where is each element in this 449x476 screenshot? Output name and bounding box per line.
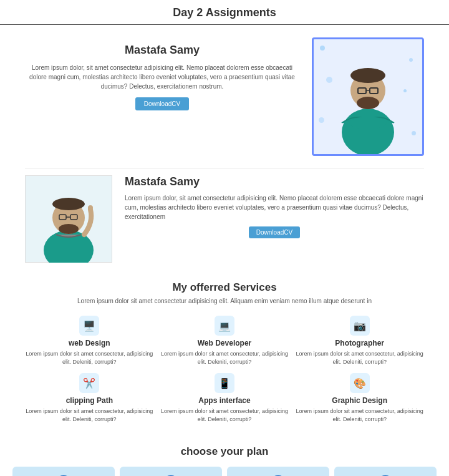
hero-section: Mastafa Samy Lorem ipsum dolor, sit amet… bbox=[0, 25, 449, 168]
service-item: ✂️ clipping Path Lorem ipsum dolor sit a… bbox=[25, 373, 154, 423]
service-icon-3: ✂️ bbox=[79, 373, 99, 393]
hero-text: Mastafa Samy Lorem ipsum dolor, sit amet… bbox=[25, 37, 312, 110]
profile-description: Lorem ipsum dolor, sit amet consectetur … bbox=[125, 193, 424, 221]
svg-point-10 bbox=[52, 198, 85, 210]
profile-download-button[interactable]: DownloadCV bbox=[249, 226, 300, 238]
service-desc-5: Lorem ipsum dolor sit amet consectetur, … bbox=[295, 407, 424, 423]
svg-point-3 bbox=[357, 97, 379, 109]
service-item: 💻 Web Developer Lorem ipsum dolor sit am… bbox=[160, 316, 289, 366]
service-name-0: web Design bbox=[25, 339, 154, 347]
profile-text: Mastafa Samy Lorem ipsum dolor, sit amet… bbox=[125, 175, 424, 238]
hero-person-svg bbox=[331, 48, 405, 154]
svg-point-7 bbox=[349, 117, 387, 129]
service-item: 🎨 Graphic Design Lorem ipsum dolor sit a… bbox=[295, 373, 424, 423]
plan-card-0: 01 Economy For individuals Lorem ipsum d… bbox=[12, 467, 115, 476]
profile-section: Mastafa Samy Lorem ipsum dolor, sit amet… bbox=[0, 169, 449, 275]
services-subtitle: Lorem ipsum dolor sit amet consectetur a… bbox=[25, 298, 424, 304]
service-name-3: clipping Path bbox=[25, 396, 154, 405]
service-desc-4: Lorem ipsum dolor sit amet consectetur, … bbox=[160, 407, 289, 423]
svg-point-11 bbox=[59, 224, 79, 234]
page-title: Day 2 Assignments bbox=[0, 6, 449, 19]
svg-point-0 bbox=[342, 109, 394, 154]
profile-person-svg bbox=[28, 175, 109, 263]
service-icon-5: 🎨 bbox=[350, 373, 370, 393]
service-icon-1: 💻 bbox=[215, 316, 234, 336]
plan-card-1: 02 Economy For individuals Lorem ipsum d… bbox=[120, 467, 222, 476]
page-header: Day 2 Assignments bbox=[0, 0, 449, 25]
services-section: My offerred Services Lorem ipsum dolor s… bbox=[0, 275, 449, 435]
svg-point-2 bbox=[350, 68, 385, 83]
service-name-4: Apps interface bbox=[160, 396, 289, 405]
hero-description: Lorem ipsum dolor, sit amet consectetur … bbox=[25, 63, 299, 91]
service-item: 📱 Apps interface Lorem ipsum dolor sit a… bbox=[160, 373, 289, 423]
service-icon-4: 📱 bbox=[215, 373, 234, 393]
svg-point-15 bbox=[88, 205, 93, 210]
service-name-2: Photographer bbox=[295, 339, 424, 347]
plans-grid: 01 Economy For individuals Lorem ipsum d… bbox=[12, 467, 437, 476]
plan-card-3: 04 Economy For individuals Lorem ipsum d… bbox=[334, 467, 437, 476]
profile-image bbox=[25, 175, 112, 263]
plan-card-2: 03 Economy For individuals Lorem ipsum d… bbox=[227, 467, 329, 476]
service-item: 🖥️ web Design Lorem ipsum dolor sit amet… bbox=[25, 316, 154, 366]
service-item: 📷 Photographer Lorem ipsum dolor sit ame… bbox=[295, 316, 424, 366]
services-grid: 🖥️ web Design Lorem ipsum dolor sit amet… bbox=[25, 316, 424, 423]
service-icon-2: 📷 bbox=[350, 316, 370, 336]
service-desc-3: Lorem ipsum dolor sit amet consectetur, … bbox=[25, 407, 154, 423]
service-name-1: Web Developer bbox=[160, 339, 289, 347]
plans-section: choose your plan 01 Economy For individu… bbox=[0, 435, 449, 476]
service-icon-0: 🖥️ bbox=[79, 316, 99, 336]
hero-download-button[interactable]: DownloadCV bbox=[135, 97, 189, 110]
service-desc-1: Lorem ipsum dolor sit amet consectetur, … bbox=[160, 350, 289, 366]
services-title: My offerred Services bbox=[25, 281, 424, 294]
service-name-5: Graphic Design bbox=[295, 396, 424, 405]
plans-title: choose your plan bbox=[12, 445, 437, 458]
profile-name: Mastafa Samy bbox=[125, 175, 424, 188]
service-desc-0: Lorem ipsum dolor sit amet consectetur, … bbox=[25, 350, 154, 366]
hero-image bbox=[312, 37, 424, 156]
hero-name: Mastafa Samy bbox=[25, 44, 299, 57]
service-desc-2: Lorem ipsum dolor sit amet consectetur, … bbox=[295, 350, 424, 366]
